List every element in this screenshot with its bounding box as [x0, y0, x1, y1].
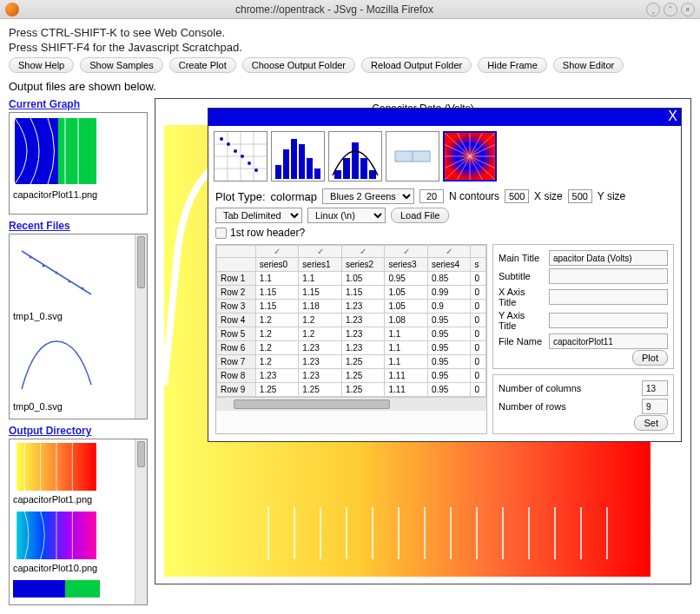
- data-cell[interactable]: 0: [471, 314, 486, 327]
- data-cell[interactable]: 1.05: [385, 300, 428, 314]
- series-header[interactable]: s: [471, 258, 486, 272]
- reload-output-folder-button[interactable]: Reload Output Folder: [361, 57, 472, 73]
- data-cell[interactable]: 1.25: [299, 383, 342, 397]
- data-cell[interactable]: 0.95: [427, 327, 471, 341]
- data-cell[interactable]: 1.08: [385, 314, 428, 327]
- data-cell[interactable]: 0.85: [427, 272, 471, 286]
- set-button[interactable]: Set: [634, 415, 668, 431]
- dialog-close-button[interactable]: X: [668, 109, 677, 124]
- minimize-button[interactable]: ˬ: [646, 3, 660, 17]
- num-rows-input[interactable]: [642, 399, 668, 414]
- data-cell[interactable]: 1.25: [341, 355, 385, 369]
- chart-type-box[interactable]: [386, 131, 439, 182]
- choose-output-folder-button[interactable]: Choose Output Folder: [242, 57, 355, 73]
- row-header[interactable]: Row 6: [217, 341, 256, 355]
- data-cell[interactable]: 1.2: [255, 327, 299, 341]
- file-name-input[interactable]: [549, 333, 668, 349]
- output-file-thumbnail[interactable]: [13, 443, 100, 491]
- chart-type-colormap[interactable]: [443, 131, 497, 182]
- output-file-thumbnail[interactable]: [13, 580, 100, 597]
- maximize-button[interactable]: ˆ: [664, 3, 677, 17]
- data-cell[interactable]: 0.95: [385, 272, 428, 286]
- n-contours-input[interactable]: [419, 189, 444, 203]
- chart-type-scatter[interactable]: [214, 131, 267, 182]
- data-cell[interactable]: 1.23: [299, 355, 342, 369]
- current-graph-thumbnail[interactable]: [13, 116, 100, 186]
- data-cell[interactable]: 0.9: [427, 300, 471, 314]
- data-cell[interactable]: 0: [471, 355, 486, 369]
- recent-file-thumbnail[interactable]: [13, 328, 100, 398]
- x-size-input[interactable]: [505, 189, 529, 203]
- series-check[interactable]: ✓: [341, 246, 385, 258]
- x-axis-title-input[interactable]: [549, 289, 668, 305]
- close-window-button[interactable]: ×: [681, 3, 695, 17]
- data-cell[interactable]: 1.25: [341, 383, 385, 397]
- series-check[interactable]: ✓: [427, 246, 471, 258]
- row-header[interactable]: Row 9: [217, 383, 256, 397]
- data-cell[interactable]: 1.23: [299, 341, 342, 355]
- data-cell[interactable]: 1.23: [341, 314, 385, 327]
- data-cell[interactable]: 1.15: [299, 286, 342, 300]
- data-cell[interactable]: 1.1: [385, 341, 428, 355]
- row-header[interactable]: Row 4: [217, 314, 256, 327]
- data-cell[interactable]: 0: [471, 369, 486, 383]
- series-header[interactable]: series1: [299, 258, 342, 272]
- table-horizontal-scrollbar[interactable]: [216, 397, 486, 411]
- series-check[interactable]: ✓: [299, 246, 342, 258]
- row-header[interactable]: Row 5: [217, 327, 256, 341]
- data-cell[interactable]: 1.15: [341, 286, 385, 300]
- data-cell[interactable]: 0.95: [427, 355, 471, 369]
- data-cell[interactable]: 1.05: [341, 272, 385, 286]
- data-cell[interactable]: 0: [471, 286, 486, 300]
- data-cell[interactable]: 0: [471, 327, 486, 341]
- data-cell[interactable]: 1.1: [255, 272, 299, 286]
- colormap-select[interactable]: Blues 2 Greens: [322, 188, 414, 204]
- series-check[interactable]: ✓: [255, 246, 299, 258]
- show-editor-button[interactable]: Show Editor: [553, 57, 624, 73]
- data-cell[interactable]: 0: [471, 341, 486, 355]
- data-cell[interactable]: 1.2: [299, 327, 342, 341]
- subtitle-input[interactable]: [549, 268, 668, 284]
- row-header[interactable]: Row 8: [217, 369, 256, 383]
- data-cell[interactable]: 0.95: [427, 369, 471, 383]
- data-cell[interactable]: 1.2: [255, 355, 299, 369]
- row-header[interactable]: Row 7: [217, 355, 256, 369]
- series-check[interactable]: ✓: [385, 246, 428, 258]
- series-header[interactable]: series4: [427, 258, 471, 272]
- data-cell[interactable]: 1.11: [385, 369, 428, 383]
- data-cell[interactable]: 1.25: [341, 369, 385, 383]
- num-columns-input[interactable]: [642, 380, 668, 396]
- series-header[interactable]: series3: [385, 258, 428, 272]
- delimiter-select[interactable]: Tab Delimited: [215, 208, 302, 223]
- show-help-button[interactable]: Show Help: [9, 57, 74, 73]
- data-cell[interactable]: 1.1: [299, 272, 342, 286]
- row-header[interactable]: Row 3: [217, 300, 256, 314]
- hide-frame-button[interactable]: Hide Frame: [478, 57, 546, 73]
- data-cell[interactable]: 1.25: [255, 383, 299, 397]
- row-header[interactable]: Row 2: [217, 286, 256, 300]
- data-cell[interactable]: 1.23: [299, 369, 342, 383]
- data-cell[interactable]: 1.23: [255, 369, 299, 383]
- create-plot-button[interactable]: Create Plot: [169, 57, 236, 73]
- data-cell[interactable]: 0.95: [427, 383, 471, 397]
- chart-type-bar[interactable]: [271, 131, 325, 182]
- plot-button[interactable]: Plot: [632, 350, 668, 366]
- y-axis-title-input[interactable]: [549, 313, 668, 328]
- y-size-input[interactable]: [568, 189, 592, 203]
- data-cell[interactable]: 1.2: [255, 314, 299, 327]
- first-row-header-checkbox[interactable]: [215, 228, 227, 239]
- data-cell[interactable]: 1.2: [299, 314, 342, 327]
- output-directory-scrollbar[interactable]: [135, 439, 147, 604]
- data-cell[interactable]: 0.95: [427, 341, 471, 355]
- data-cell[interactable]: 0: [471, 272, 486, 286]
- line-ending-select[interactable]: Linux (\n): [307, 208, 386, 223]
- recent-files-scrollbar[interactable]: [135, 234, 147, 419]
- main-title-input[interactable]: [549, 250, 668, 266]
- output-file-thumbnail[interactable]: [13, 512, 100, 559]
- data-cell[interactable]: 0.99: [427, 286, 471, 300]
- row-header[interactable]: Row 1: [217, 272, 256, 286]
- data-cell[interactable]: 1.11: [385, 383, 428, 397]
- load-file-button[interactable]: Load File: [391, 208, 449, 223]
- data-cell[interactable]: 1.1: [385, 355, 428, 369]
- data-cell[interactable]: 1.18: [299, 300, 342, 314]
